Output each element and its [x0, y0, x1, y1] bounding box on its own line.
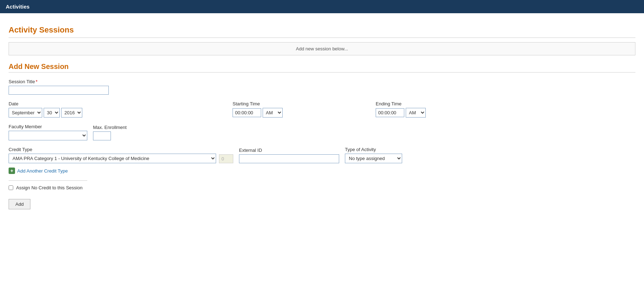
month-select[interactable]: September January February March April M…	[9, 108, 42, 118]
plus-icon: +	[9, 168, 15, 174]
add-new-divider	[9, 72, 635, 73]
external-id-input[interactable]	[239, 154, 339, 163]
starting-time-inputs: AM PM	[233, 108, 283, 118]
faculty-select[interactable]	[9, 131, 87, 140]
sessions-list-placeholder: Add new session below...	[9, 42, 635, 55]
assign-no-credit-label: Assign No Credit to this Session	[16, 185, 83, 190]
starting-time-group: Starting Time AM PM	[233, 101, 283, 118]
external-id-value-input[interactable]	[219, 154, 233, 163]
add-button[interactable]: Add	[9, 199, 30, 209]
starting-time-label: Starting Time	[233, 101, 283, 106]
activity-sessions-section: Activity Sessions Add new session below.…	[9, 25, 635, 55]
add-button-row: Add	[9, 199, 635, 209]
session-title-group: Session Title*	[9, 79, 635, 95]
credit-row: Credit Type AMA PRA Category 1 - Univers…	[9, 147, 635, 163]
max-enrollment-group: Max. Enrollment	[93, 125, 127, 140]
assign-separator	[9, 180, 87, 181]
ending-ampm-select[interactable]: AM PM	[406, 108, 426, 118]
activity-sessions-title: Activity Sessions	[9, 25, 635, 35]
max-enrollment-input[interactable]	[93, 131, 111, 140]
section-divider	[9, 38, 635, 38]
faculty-group: Faculty Member	[9, 124, 87, 140]
date-time-row: Date September January February March Ap…	[9, 101, 635, 118]
credit-type-label: Credit Type	[9, 147, 216, 152]
credit-type-group: Credit Type AMA PRA Category 1 - Univers…	[9, 147, 216, 163]
date-group: Date September January February March Ap…	[9, 101, 82, 118]
external-id-value-group	[219, 154, 233, 163]
add-credit-link-row: + Add Another Credit Type	[9, 168, 635, 174]
session-title-input[interactable]	[9, 86, 109, 95]
date-label: Date	[9, 101, 82, 106]
type-activity-select[interactable]: No type assigned	[345, 154, 402, 163]
add-new-session-title: Add New Session	[9, 63, 635, 71]
app-title: Activities	[6, 4, 30, 10]
ending-time-inputs: AM PM	[376, 108, 426, 118]
ending-time-label: Ending Time	[376, 101, 426, 106]
required-star: *	[36, 79, 38, 84]
page-content: Activity Sessions Add new session below.…	[0, 13, 644, 215]
assign-no-credit-checkbox[interactable]	[9, 185, 13, 190]
year-select[interactable]: 2016 2014 2015 2017 2018	[61, 108, 82, 118]
day-select[interactable]: 30 12345 678910 1112131415 1617181920 21…	[44, 108, 60, 118]
top-bar: Activities	[0, 0, 644, 13]
external-id-group: External ID	[239, 148, 339, 163]
starting-ampm-select[interactable]: AM PM	[263, 108, 283, 118]
external-id-label: External ID	[239, 148, 339, 153]
type-activity-label: Type of Activity	[345, 147, 402, 152]
ending-time-group: Ending Time AM PM	[376, 101, 426, 118]
starting-time-input[interactable]	[233, 108, 261, 117]
type-activity-group: Type of Activity No type assigned	[345, 147, 402, 163]
max-enrollment-label: Max. Enrollment	[93, 125, 127, 130]
faculty-max-row: Faculty Member Max. Enrollment	[9, 124, 635, 140]
credit-type-select[interactable]: AMA PRA Category 1 - University of Kentu…	[9, 154, 216, 163]
add-new-session-section: Add New Session Session Title* Date Sept…	[9, 63, 635, 209]
session-title-label: Session Title*	[9, 79, 635, 84]
add-another-credit-type-link[interactable]: Add Another Credit Type	[17, 168, 68, 174]
faculty-label: Faculty Member	[9, 124, 87, 129]
date-selects: September January February March April M…	[9, 108, 82, 118]
ending-time-input[interactable]	[376, 108, 404, 117]
assign-no-credit-row: Assign No Credit to this Session	[9, 185, 635, 190]
